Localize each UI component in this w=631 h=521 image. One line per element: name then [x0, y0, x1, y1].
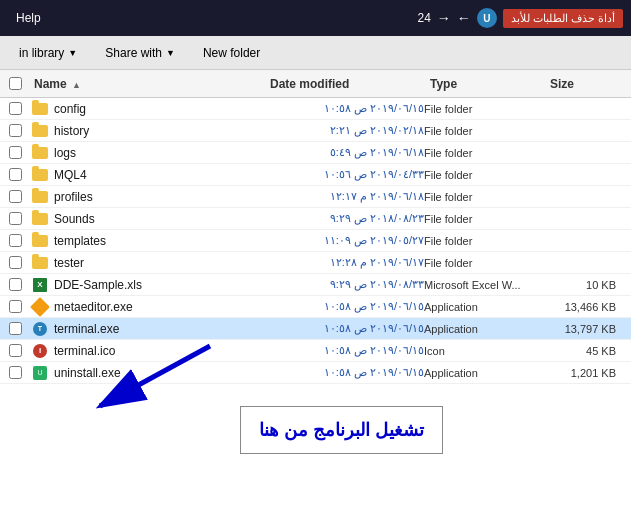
row-checkbox[interactable]	[9, 256, 22, 269]
table-row[interactable]: logs٢٠١٩/٠٦/١٨ ص ٥:٤٩File folder	[0, 142, 631, 164]
file-size: 13,466 KB	[544, 301, 624, 313]
file-date: ٢٠١٩/٠٥/٢٧ ص ١١:٠٩	[264, 234, 424, 247]
file-name: terminal.exe	[54, 322, 264, 336]
row-checkbox[interactable]	[9, 212, 22, 225]
file-date: ٢٠١٩/٠٦/١٨ م ١٢:١٧	[264, 190, 424, 203]
row-checkbox[interactable]	[9, 102, 22, 115]
file-name: DDE-Sample.xls	[54, 278, 264, 292]
file-date: ٢٠١٩/٠٢/١٨ ص ٢:٢١	[264, 124, 424, 137]
file-name: tester	[54, 256, 264, 270]
file-date: ٢٠١٩/٠٦/١٥ ص ١٠:٥٨	[264, 366, 424, 379]
file-type: File folder	[424, 169, 544, 181]
row-checkbox[interactable]	[9, 322, 22, 335]
row-checkbox[interactable]	[9, 234, 22, 247]
type-column-header[interactable]: Type	[430, 77, 550, 91]
file-name: profiles	[54, 190, 264, 204]
folder-icon	[32, 257, 48, 269]
file-size: 45 KB	[544, 345, 624, 357]
file-name: templates	[54, 234, 264, 248]
new-folder-button[interactable]: New folder	[192, 42, 271, 64]
excel-icon: X	[33, 278, 47, 292]
file-type: File folder	[424, 125, 544, 137]
file-date: ٢٠١٩/٠٤/٣٣ ص ١٠:٥٦	[264, 168, 424, 181]
file-type: File folder	[424, 213, 544, 225]
ico-icon: I	[33, 344, 47, 358]
file-name: logs	[54, 146, 264, 160]
table-row[interactable]: metaeditor.exe٢٠١٩/٠٦/١٥ ص ١٠:٥٨Applicat…	[0, 296, 631, 318]
table-row[interactable]: XDDE-Sample.xls٢٠١٩/٠٨/٣٣ ص ٩:٢٩Microsof…	[0, 274, 631, 296]
select-all-checkbox[interactable]	[9, 77, 22, 90]
help-menu[interactable]: Help	[8, 7, 49, 29]
navbar: in library ▼ Share with ▼ New folder	[0, 36, 631, 70]
row-checkbox[interactable]	[9, 168, 22, 181]
file-date: ٢٠١٩/٠٦/١٨ ص ٥:٤٩	[264, 146, 424, 159]
svg-line-1	[100, 346, 210, 406]
table-row[interactable]: profiles٢٠١٩/٠٦/١٨ م ١٢:١٧File folder	[0, 186, 631, 208]
file-name: Sounds	[54, 212, 264, 226]
file-type: Icon	[424, 345, 544, 357]
file-size: 1,201 KB	[544, 367, 624, 379]
file-type: Application	[424, 301, 544, 313]
table-row[interactable]: tester٢٠١٩/٠٦/١٧ م ١٢:٢٨File folder	[0, 252, 631, 274]
metaeditor-icon	[30, 297, 50, 317]
name-column-header[interactable]: Name ▲	[30, 77, 270, 91]
annotation-box: تشغيل البرنامج من هنا	[240, 406, 443, 454]
table-row[interactable]: MQL4٢٠١٩/٠٤/٣٣ ص ١٠:٥٦File folder	[0, 164, 631, 186]
terminal-icon: T	[33, 322, 47, 336]
folder-icon	[32, 147, 48, 159]
library-arrow-icon: ▼	[68, 48, 77, 58]
toolbar-right: أداة حذف الطلبات للأبد U ← → 24	[417, 8, 623, 28]
nav-back-icon[interactable]: ←	[457, 10, 471, 26]
table-row[interactable]: templates٢٠١٩/٠٥/٢٧ ص ١١:٠٩File folder	[0, 230, 631, 252]
library-button[interactable]: in library ▼	[8, 42, 88, 64]
file-type: File folder	[424, 235, 544, 247]
row-checkbox[interactable]	[9, 124, 22, 137]
file-type: File folder	[424, 103, 544, 115]
folder-icon	[32, 235, 48, 247]
file-type: Application	[424, 367, 544, 379]
uninstall-icon: U	[33, 366, 47, 380]
table-row[interactable]: config٢٠١٩/٠٦/١٥ ص ١٠:٥٨File folder	[0, 98, 631, 120]
row-checkbox[interactable]	[9, 190, 22, 203]
file-type: Microsoft Excel W...	[424, 279, 544, 291]
file-type: File folder	[424, 191, 544, 203]
share-arrow-icon: ▼	[166, 48, 175, 58]
check-col	[0, 77, 30, 90]
share-button[interactable]: Share with ▼	[94, 42, 186, 64]
file-name: metaeditor.exe	[54, 300, 264, 314]
user-icon: U	[477, 8, 497, 28]
file-type: File folder	[424, 147, 544, 159]
arabic-tool-button[interactable]: أداة حذف الطلبات للأبد	[503, 9, 623, 28]
nav-forward-icon[interactable]: →	[437, 10, 451, 26]
annotation-text: تشغيل البرنامج من هنا	[259, 420, 424, 440]
file-date: ٢٠١٩/٠٦/١٥ ص ١٠:٥٨	[264, 322, 424, 335]
folder-icon	[32, 191, 48, 203]
size-column-header[interactable]: Size	[550, 77, 630, 91]
row-checkbox[interactable]	[9, 278, 22, 291]
row-checkbox[interactable]	[9, 146, 22, 159]
file-size: 13,797 KB	[544, 323, 624, 335]
file-size: 10 KB	[544, 279, 624, 291]
file-date: ٢٠١٨/٠٨/٢٣ ص ٩:٢٩	[264, 212, 424, 225]
row-checkbox[interactable]	[9, 366, 22, 379]
row-checkbox[interactable]	[9, 344, 22, 357]
table-row[interactable]: history٢٠١٩/٠٢/١٨ ص ٢:٢١File folder	[0, 120, 631, 142]
file-date: ٢٠١٩/٠٦/١٥ ص ١٠:٥٨	[264, 300, 424, 313]
file-date: ٢٠١٩/٠٦/١٥ ص ١٠:٥٨	[264, 344, 424, 357]
table-row[interactable]: Sounds٢٠١٨/٠٨/٢٣ ص ٩:٢٩File folder	[0, 208, 631, 230]
file-date: ٢٠١٩/٠٦/١٥ ص ١٠:٥٨	[264, 102, 424, 115]
folder-icon	[32, 169, 48, 181]
file-type: File folder	[424, 257, 544, 269]
folder-icon	[32, 103, 48, 115]
name-sort-icon: ▲	[72, 80, 81, 90]
file-type: Application	[424, 323, 544, 335]
date-column-header[interactable]: Date modified	[270, 77, 430, 91]
folder-icon	[32, 125, 48, 137]
file-name: config	[54, 102, 264, 116]
toolbar: Help أداة حذف الطلبات للأبد U ← → 24	[0, 0, 631, 36]
row-checkbox[interactable]	[9, 300, 22, 313]
folder-icon	[32, 213, 48, 225]
file-name: MQL4	[54, 168, 264, 182]
file-date: ٢٠١٩/٠٦/١٧ م ١٢:٢٨	[264, 256, 424, 269]
column-header: Name ▲ Date modified Type Size	[0, 70, 631, 98]
